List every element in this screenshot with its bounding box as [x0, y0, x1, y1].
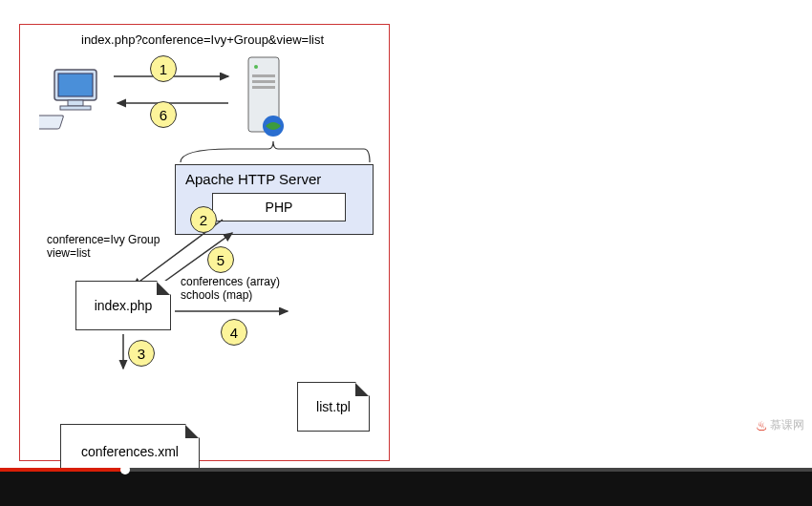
server-icon	[235, 50, 292, 145]
step-1-badge: 1	[150, 55, 177, 82]
svg-rect-1	[58, 74, 93, 96]
progress-fill	[0, 468, 125, 472]
request-params: conference=Ivy Group view=list	[47, 233, 160, 261]
progress-track[interactable]	[0, 468, 812, 472]
svg-rect-9	[252, 86, 275, 89]
file-index-php: index.php	[75, 281, 171, 330]
svg-point-6	[254, 65, 258, 69]
step-2-badge: 2	[190, 206, 217, 233]
flame-icon: ♨	[756, 418, 768, 433]
watermark: ♨ 慕课网	[756, 417, 804, 433]
php-box: PHP	[212, 193, 346, 221]
video-controls-bar[interactable]	[0, 472, 812, 506]
svg-rect-2	[68, 100, 83, 106]
step-3-badge: 3	[128, 340, 155, 367]
step-4-badge: 4	[221, 319, 247, 346]
progress-thumb[interactable]	[120, 465, 130, 474]
client-computer-icon	[39, 68, 111, 135]
svg-rect-4	[39, 116, 64, 129]
step-6-badge: 6	[150, 101, 177, 128]
file-list-tpl: list.tpl	[297, 382, 370, 432]
diagram-frame: index.php?conference=Ivy+Group&view=list	[19, 24, 390, 461]
data-annotation: conferences (array) schools (map)	[181, 275, 280, 303]
svg-rect-8	[252, 80, 275, 83]
apache-label: Apache HTTP Server	[185, 171, 363, 187]
step-5-badge: 5	[207, 246, 234, 273]
svg-rect-7	[252, 74, 275, 77]
request-url: index.php?conference=Ivy+Group&view=list	[81, 32, 324, 47]
svg-rect-3	[60, 106, 91, 110]
video-frame: index.php?conference=Ivy+Group&view=list	[0, 0, 812, 472]
